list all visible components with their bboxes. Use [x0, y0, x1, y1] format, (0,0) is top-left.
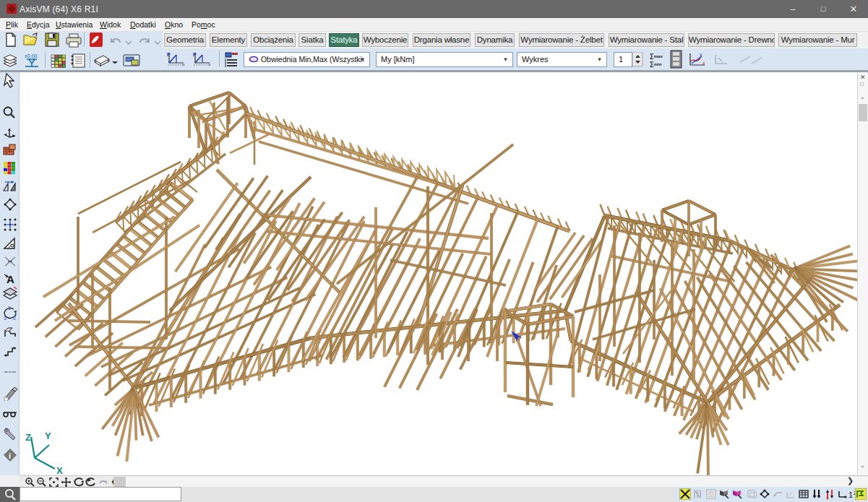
svg-text:P: P [193, 52, 197, 57]
svg-text:x: x [702, 61, 705, 66]
svg-text:Z: Z [25, 432, 31, 443]
svg-text:∑min: ∑min [650, 61, 662, 67]
svg-text:1: 1 [8, 306, 11, 311]
svg-text:P: P [167, 52, 171, 57]
svg-text:u: u [208, 62, 210, 66]
svg-text:i: i [9, 451, 11, 460]
svg-text:Y: Y [45, 430, 51, 441]
svg-text:y: y [700, 52, 702, 58]
svg-text:2: 2 [13, 316, 16, 321]
svg-text:1: 1 [848, 490, 853, 499]
svg-text:A: A [7, 273, 14, 285]
svg-text:∑max: ∑max [650, 53, 663, 59]
svg-text:±0.00: ±0.00 [25, 53, 38, 59]
svg-text:u: u [182, 62, 184, 66]
svg-text:X: X [56, 465, 63, 475]
svg-text:3: 3 [4, 316, 7, 321]
